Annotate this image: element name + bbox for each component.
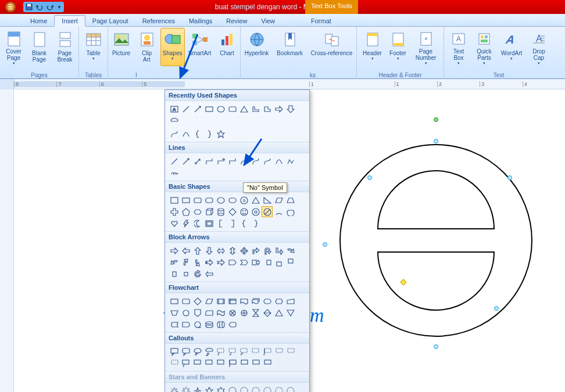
- basic-right-brace[interactable]: [250, 218, 261, 229]
- callout-round[interactable]: [180, 346, 191, 357]
- fc-internal[interactable]: [227, 296, 238, 307]
- basic-heart[interactable]: [169, 218, 180, 229]
- arrow-curved-d[interactable]: [192, 257, 203, 268]
- basic-circle-b[interactable]: B: [238, 195, 249, 206]
- fc-tape[interactable]: [215, 307, 226, 318]
- callout-accent1[interactable]: [262, 346, 273, 357]
- wordart-button[interactable]: A WordArt▾: [498, 28, 525, 66]
- tab-home[interactable]: Home: [23, 16, 54, 26]
- fc-sort[interactable]: [262, 307, 273, 318]
- callout-accent4[interactable]: [169, 358, 180, 369]
- fc-collate[interactable]: [250, 307, 261, 318]
- arrow-callout-l[interactable]: [262, 257, 273, 268]
- shape-cloud-callout[interactable]: [169, 115, 180, 126]
- callout-line3[interactable]: [238, 346, 249, 357]
- redo-icon[interactable]: [47, 3, 53, 10]
- arrow-curved-r[interactable]: [285, 245, 296, 256]
- basic-trapezoid[interactable]: [285, 195, 296, 206]
- fc-extract[interactable]: [273, 307, 284, 318]
- callout-border-accent3[interactable]: [250, 358, 261, 369]
- horizontal-ruler[interactable]: 8 7 6 5 1 1 2 3 4: [0, 79, 565, 89]
- save-icon[interactable]: [26, 3, 33, 10]
- shape-text-box[interactable]: A: [169, 103, 180, 114]
- line-elbow[interactable]: [203, 156, 214, 167]
- line-straight[interactable]: [169, 156, 180, 167]
- star-8pt[interactable]: [238, 385, 249, 392]
- handle-bottom[interactable]: [434, 344, 438, 349]
- fc-direct[interactable]: [215, 319, 226, 330]
- basic-donut[interactable]: [250, 206, 261, 217]
- tab-page-layout[interactable]: Page Layout: [85, 16, 135, 26]
- basic-chord[interactable]: [285, 206, 296, 217]
- arrow-curved-u[interactable]: [180, 257, 191, 268]
- fc-manual-op[interactable]: [169, 307, 180, 318]
- callout-line1[interactable]: [215, 346, 226, 357]
- fc-multidoc[interactable]: [250, 296, 261, 307]
- fc-document[interactable]: [238, 296, 249, 307]
- shape-left-brace[interactable]: [192, 128, 203, 139]
- arrow-bent2[interactable]: [273, 245, 284, 256]
- star-7pt[interactable]: [227, 385, 238, 392]
- fc-manual-input[interactable]: [285, 296, 296, 307]
- text-box-button[interactable]: A Text Box▾: [446, 28, 471, 66]
- star-4pt[interactable]: [192, 385, 203, 392]
- undo-icon[interactable]: [36, 3, 43, 10]
- handle-bottom-right[interactable]: [494, 306, 499, 311]
- page-break-button[interactable]: Page Break: [53, 28, 77, 66]
- basic-snip-rect[interactable]: [203, 195, 214, 206]
- shape-triangle[interactable]: [238, 103, 249, 114]
- bookmark-button[interactable]: Bookmark: [274, 28, 306, 66]
- arrow-circular[interactable]: [192, 268, 203, 279]
- basic-cube[interactable]: [203, 206, 214, 217]
- star-explosion2[interactable]: [180, 385, 191, 392]
- star-5pt[interactable]: [203, 385, 214, 392]
- fc-or[interactable]: [238, 307, 249, 318]
- arrow-striped[interactable]: [203, 257, 214, 268]
- shape-rounded-rect[interactable]: [227, 103, 238, 114]
- arrow-callout-d[interactable]: [285, 257, 296, 268]
- hyperlink-button[interactable]: Hyperlink: [241, 28, 273, 66]
- shape-l-shape[interactable]: [250, 103, 261, 114]
- line-elbow-arrow[interactable]: [215, 156, 226, 167]
- arrow-quad[interactable]: [238, 245, 249, 256]
- header-button[interactable]: Header▾: [360, 28, 385, 66]
- drop-cap-button[interactable]: A Drop Cap▾: [527, 28, 551, 66]
- line-curve2[interactable]: [273, 156, 284, 167]
- arrow-pentagon[interactable]: [227, 257, 238, 268]
- star-10pt[interactable]: [250, 385, 261, 392]
- fc-prep[interactable]: [273, 296, 284, 307]
- basic-right-bracket[interactable]: [227, 218, 238, 229]
- star-explosion1[interactable]: [169, 385, 180, 392]
- arrow-notched[interactable]: [215, 257, 226, 268]
- rotate-handle[interactable]: [434, 117, 438, 122]
- fc-alt-process[interactable]: [180, 296, 191, 307]
- basic-rect[interactable]: [180, 195, 191, 206]
- basic-round-rect2[interactable]: [227, 195, 238, 206]
- footer-button[interactable]: Footer▾: [386, 28, 410, 66]
- line-freeform[interactable]: [285, 156, 296, 167]
- handle-right[interactable]: [507, 175, 512, 180]
- arrow-chevron[interactable]: [238, 257, 249, 268]
- line-double-arrow[interactable]: [192, 156, 203, 167]
- arrow-curved-l[interactable]: [169, 257, 180, 268]
- arrow-uturn[interactable]: [262, 245, 273, 256]
- basic-triangle[interactable]: [250, 195, 261, 206]
- basic-parallelogram[interactable]: [273, 195, 284, 206]
- basic-left-brace[interactable]: [238, 218, 249, 229]
- callout-oval[interactable]: [192, 346, 203, 357]
- arrow-callout-lr[interactable]: [169, 268, 180, 279]
- tab-references[interactable]: References: [135, 16, 182, 26]
- basic-oval[interactable]: [215, 195, 226, 206]
- arrow-updown[interactable]: [227, 245, 238, 256]
- arrow-leftright[interactable]: [215, 245, 226, 256]
- callout-border-accent4[interactable]: [262, 358, 273, 369]
- callout-accent3[interactable]: [285, 346, 296, 357]
- fc-offpage[interactable]: [192, 307, 203, 318]
- arrow-misc1[interactable]: [203, 268, 214, 279]
- shape-oval[interactable]: [215, 103, 226, 114]
- picture-button[interactable]: Picture: [109, 28, 134, 66]
- shape-curve[interactable]: [180, 128, 191, 139]
- arrow-right[interactable]: [169, 245, 180, 256]
- shape-arrow-line[interactable]: [192, 103, 203, 114]
- fc-magdisk[interactable]: [203, 319, 214, 330]
